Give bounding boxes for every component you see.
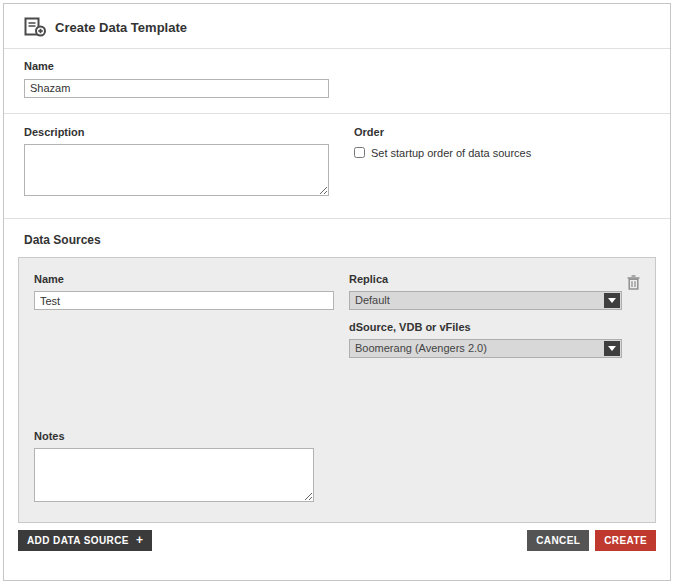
startup-order-checkbox-row[interactable]: Set startup order of data sources [354, 147, 650, 159]
page-title: Create Data Template [55, 20, 187, 35]
dsource-dropdown[interactable]: Boomerang (Avengers 2.0) [349, 339, 622, 358]
notes-section: Notes [34, 430, 642, 506]
data-sources-heading: Data Sources [4, 219, 670, 257]
name-label: Name [24, 60, 650, 72]
dsource-label: dSource, VDB or vFiles [349, 321, 622, 333]
description-order-row: Description Order Set startup order of d… [4, 114, 670, 218]
trash-column [622, 273, 642, 358]
data-source-entry-panel: Name Replica Default dSource, VDB or vFi… [18, 257, 656, 523]
cancel-button[interactable]: CANCEL [527, 530, 589, 551]
data-source-select-column: Replica Default dSource, VDB or vFiles B… [349, 273, 622, 358]
plus-icon: + [136, 536, 143, 544]
order-label: Order [354, 126, 650, 138]
dialog-footer: ADD DATA SOURCE + CANCEL CREATE [4, 523, 670, 551]
data-source-name-column: Name [34, 273, 349, 358]
trash-icon [627, 275, 640, 290]
description-label: Description [24, 126, 354, 138]
add-data-source-button[interactable]: ADD DATA SOURCE + [18, 530, 152, 551]
description-column: Description [24, 126, 354, 200]
startup-order-checkbox[interactable] [354, 147, 365, 158]
name-input[interactable] [24, 79, 329, 98]
notes-label: Notes [34, 430, 642, 442]
replica-selected-value: Default [350, 294, 604, 306]
delete-data-source-button[interactable] [625, 273, 642, 292]
add-data-source-button-label: ADD DATA SOURCE [27, 535, 129, 546]
order-column: Order Set startup order of data sources [354, 126, 650, 200]
replica-label: Replica [349, 273, 622, 285]
data-source-name-label: Name [34, 273, 349, 285]
create-button[interactable]: CREATE [595, 530, 656, 551]
notes-textarea[interactable] [34, 448, 314, 502]
create-data-template-dialog: Create Data Template Name Description Or… [3, 3, 671, 581]
dsource-selected-value: Boomerang (Avengers 2.0) [350, 342, 604, 354]
chevron-down-icon[interactable] [604, 293, 620, 308]
name-section: Name [4, 49, 670, 113]
data-template-icon [24, 17, 46, 37]
replica-dropdown[interactable]: Default [349, 291, 622, 310]
description-textarea[interactable] [24, 144, 329, 196]
dialog-header: Create Data Template [4, 4, 670, 48]
data-source-name-input[interactable] [34, 291, 334, 310]
data-source-fields: Name Replica Default dSource, VDB or vFi… [34, 273, 642, 358]
chevron-down-icon[interactable] [604, 341, 620, 356]
startup-order-checkbox-label: Set startup order of data sources [371, 147, 531, 159]
